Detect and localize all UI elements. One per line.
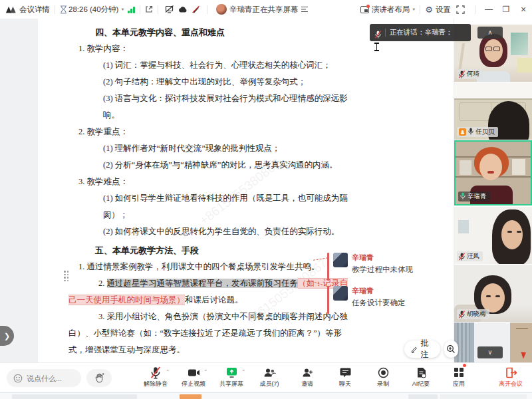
- apps-button[interactable]: 应用: [444, 365, 473, 388]
- eye-decor: [517, 231, 521, 233]
- ai-notes-icon: [416, 365, 426, 380]
- mic-muted-icon: [459, 253, 465, 260]
- doc-line: (2) 如何将课文中的反思转化为学生自觉的、负责任的实际行动。: [103, 223, 352, 240]
- zoom-button[interactable]: [444, 340, 458, 358]
- popout-icon[interactable]: [145, 5, 153, 13]
- comment-card[interactable]: 辛瑞青 教学过程中未体现: [327, 253, 450, 281]
- settings-button[interactable]: ⚙ 设置: [425, 5, 451, 15]
- collapse-videos-button[interactable]: ∧: [477, 27, 503, 39]
- comment-marker: [327, 286, 329, 314]
- button-label: 录制: [377, 380, 389, 388]
- expand-videos-button[interactable]: ∨: [477, 346, 503, 358]
- taskbar-strip: [0, 392, 532, 399]
- unmute-button[interactable]: ⌃ 解除静音: [141, 365, 170, 388]
- cloud-icon: [178, 6, 188, 13]
- taskbar-segment: [440, 394, 527, 399]
- expand-panel-button[interactable]: ❯: [0, 326, 14, 346]
- divider: [55, 5, 55, 14]
- doc-line: 3. 教学难点：: [78, 174, 352, 190]
- sharing-status: 辛瑞青正在共享屏幕: [229, 5, 299, 15]
- meeting-logo-icon: [5, 5, 17, 14]
- doc-line: (1) 如何引导学生辩证地看待科技的作用（既是工具，也可能成为隔阂）；: [103, 190, 352, 223]
- mic-on-icon: [468, 128, 473, 136]
- chevron-up-icon[interactable]: ⌃: [166, 369, 170, 374]
- sharer-avatar: [216, 4, 227, 15]
- camera-icon: [188, 365, 200, 380]
- window-decor: [458, 220, 469, 233]
- video-tile-active-speaker[interactable]: 辛瑞青: [454, 140, 532, 205]
- chevron-down-icon: ▾: [121, 7, 124, 11]
- stop-video-button[interactable]: ⌃ 停止视频: [179, 365, 208, 388]
- meeting-details-label: 会议详情: [19, 5, 50, 15]
- bottom-toolbar: ⌃ 解除静音 ⌃ 停止视频 ⌃ 共享屏幕 成员(7) 邀请: [0, 362, 532, 392]
- comment-avatar: [333, 286, 348, 301]
- divider: [420, 5, 420, 14]
- share-screen-button[interactable]: ⌃ 共享屏幕: [217, 365, 246, 388]
- meeting-timer[interactable]: 28:26 (40分钟)▾: [68, 5, 124, 15]
- divider: [475, 5, 475, 14]
- button-label: 成员(7): [260, 380, 279, 388]
- chat-input[interactable]: [27, 374, 73, 382]
- members-button[interactable]: 成员(7): [255, 365, 284, 388]
- chat-button[interactable]: 聊天: [331, 365, 360, 388]
- pen-slash-icon: [192, 5, 200, 13]
- comment-text: 任务设计要确定: [352, 297, 406, 308]
- record-button[interactable]: 录制: [368, 365, 398, 388]
- video-tile-partial[interactable]: ∨: [454, 323, 532, 362]
- drag-handle[interactable]: [64, 271, 70, 281]
- button-label: 聊天: [339, 380, 351, 388]
- settings-label: 设置: [436, 5, 451, 15]
- notification-dot: [463, 364, 466, 367]
- books-decor: [512, 159, 525, 175]
- divider: [207, 5, 207, 14]
- participant-name: 任贝贝: [475, 128, 495, 136]
- video-tile[interactable]: 胡晓梅: [454, 265, 532, 322]
- comment-card[interactable]: 辛瑞青 任务设计要确定: [327, 286, 450, 314]
- raise-hand-button[interactable]: [86, 369, 112, 387]
- divider: [158, 5, 158, 14]
- participant-name: 何琦: [467, 70, 479, 78]
- record-icon: [378, 365, 389, 380]
- pillow-decor: [517, 58, 532, 72]
- raise-hand-icon: [94, 373, 104, 383]
- meeting-details-button[interactable]: 会议详情: [19, 5, 50, 15]
- doc-line: (2) 句子结构：理解文中出现的对比、举例等复杂句式；: [103, 74, 352, 90]
- comment-text: 教学过程中未体现: [352, 264, 413, 275]
- annotate-button[interactable]: 批注: [404, 340, 440, 358]
- chat-input-pill[interactable]: [7, 369, 81, 387]
- shared-document-page: +8615055380867 +8615055380867 四、本单元教学内容、…: [38, 19, 454, 362]
- doc-text: 和课后讨论题。: [185, 295, 243, 305]
- invite-button[interactable]: 邀请: [293, 365, 322, 388]
- close-button[interactable]: ×: [515, 4, 532, 15]
- mouth-decor: [487, 171, 494, 174]
- divider: [385, 29, 386, 37]
- leave-meeting-button[interactable]: 离开会议: [499, 365, 523, 388]
- maximize-button[interactable]: ❐: [497, 5, 515, 14]
- chevron-up-icon[interactable]: ⌃: [241, 369, 245, 374]
- top-bar: 会议详情 28:26 (40分钟)▾ 辛瑞青正在共享屏幕 演讲者布局▾ ⚙ 设置…: [0, 0, 532, 19]
- eye-decor: [495, 295, 500, 297]
- doc-line: 1. 通过情景案例教学，利用课文中的四个餐桌场景引发学生共鸣。: [78, 259, 352, 275]
- apps-icon: [454, 365, 464, 380]
- shared-screen-canvas: ❯ +8615055380867 +8615055380867 四、本单元教学内…: [0, 19, 454, 362]
- gear-icon: ⚙: [425, 5, 433, 15]
- chevron-up-icon[interactable]: ⌃: [203, 369, 207, 374]
- layout-button[interactable]: 演讲者布局▾: [360, 5, 416, 15]
- glasses-decor: [485, 47, 492, 51]
- video-tile[interactable]: 任贝贝: [454, 82, 532, 140]
- books-decor: [460, 160, 471, 175]
- layout-label: 演讲者布局: [372, 5, 410, 15]
- taskbar-segment: [12, 394, 137, 399]
- video-tile[interactable]: 汪凤: [454, 207, 532, 264]
- participant-name-badge: 胡晓梅: [457, 309, 489, 319]
- doc-line: (2) 分析“身体在场”与“精神缺席”的对比，思考真实沟通的内涵。: [103, 157, 352, 174]
- comment-avatar: [333, 253, 348, 267]
- hourglass-icon: [60, 5, 67, 14]
- button-label: 共享屏幕: [219, 380, 243, 388]
- fullscreen-icon[interactable]: [456, 5, 465, 14]
- ai-notes-button[interactable]: AI纪要: [406, 365, 436, 388]
- minimize-button[interactable]: —: [480, 5, 497, 14]
- eye-decor: [486, 295, 491, 297]
- shelf-decor: [516, 328, 528, 329]
- list-icon[interactable]: [301, 6, 309, 13]
